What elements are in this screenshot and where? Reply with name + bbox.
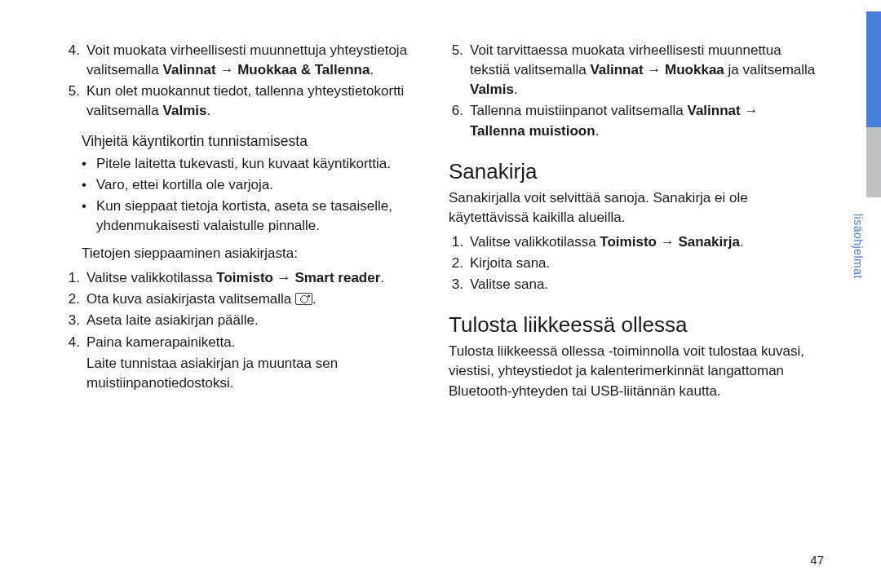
list-item: 2.Ota kuva asiakirjasta valitsemalla .: [65, 290, 408, 309]
left-column: 4.Voit muokata virheellisesti muunnettuj…: [65, 41, 408, 564]
list-item: •Kun sieppaat tietoja kortista, aseta se…: [82, 197, 408, 236]
side-tab-active: [866, 11, 881, 127]
list-item: •Varo, ettei kortilla ole varjoja.: [82, 175, 408, 195]
list-item-note: Laite tunnistaa asiakirjan ja muuntaa se…: [65, 354, 408, 393]
list-item: 5.Kun olet muokannut tiedot, tallenna yh…: [65, 82, 408, 121]
right-column: 5.Voit tarvittaessa muokata virheellises…: [449, 41, 816, 564]
list-item: •Pitele laitetta tukevasti, kun kuvaat k…: [82, 154, 408, 174]
list-item: 5.Voit tarvittaessa muokata virheellises…: [449, 41, 816, 99]
list-item: 4.Paina kamerapainiketta.: [65, 333, 408, 352]
side-tab-inactive: [866, 127, 881, 197]
list-item: 3.Valitse sana.: [449, 275, 816, 294]
page-number: 47: [810, 553, 824, 567]
heading-sanakirja: Sanakirja: [449, 159, 816, 184]
left-ordered-list-2: 1.Valitse valikkotilassa Toimisto → Smar…: [65, 268, 408, 393]
list-item: 2.Kirjoita sana.: [449, 254, 816, 273]
side-tab-bar: lisäohjelmat: [857, 0, 881, 588]
lead-text: Tietojen sieppaaminen asiakirjasta:: [65, 244, 408, 263]
list-item: 1.Valitse valikkotilassa Toimisto → Smar…: [65, 268, 408, 288]
para-tulosta: Tulosta liikkeessä ollessa -toiminnolla …: [449, 342, 816, 400]
subheading-tips: Vihjeitä käyntikortin tunnistamisesta: [65, 133, 408, 150]
left-ordered-list-1: 4.Voit muokata virheellisesti muunnettuj…: [65, 41, 408, 122]
right-ordered-list-2: 1.Valitse valikkotilassa Toimisto → Sana…: [449, 232, 816, 294]
left-bullet-list: •Pitele laitetta tukevasti, kun kuvaat k…: [65, 154, 408, 237]
list-item: 1.Valitse valikkotilassa Toimisto → Sana…: [449, 232, 816, 252]
heading-tulosta: Tulosta liikkeessä ollessa: [449, 312, 816, 338]
side-section-label: lisäohjelmat: [852, 214, 865, 279]
camera-icon: [295, 293, 312, 305]
list-item: 4.Voit muokata virheellisesti muunnettuj…: [65, 41, 408, 80]
right-ordered-list-1: 5.Voit tarvittaessa muokata virheellises…: [449, 41, 816, 141]
para-sanakirja: Sanakirjalla voit selvittää sanoja. Sana…: [449, 188, 816, 228]
list-item: 3.Aseta laite asiakirjan päälle.: [65, 311, 408, 330]
list-item: 6.Tallenna muistiinpanot valitsemalla Va…: [449, 101, 816, 140]
